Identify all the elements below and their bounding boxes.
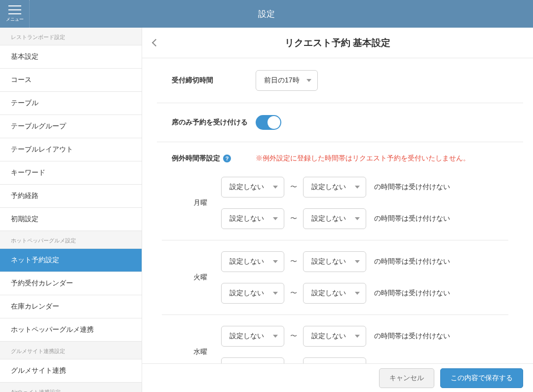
suffix-text: の時間帯は受け付けない <box>374 257 450 266</box>
time-select-value: 設定しない <box>229 289 264 298</box>
time-rows: 設定しない〜設定しないの時間帯は受け付けない設定しない〜設定しないの時間帯は受け… <box>221 177 508 229</box>
sidebar-item[interactable]: コース <box>0 69 142 92</box>
time-row: 設定しない〜設定しないの時間帯は受け付けない <box>221 283 508 304</box>
sidebar-item[interactable]: 基本設定 <box>0 45 142 69</box>
sidebar-item[interactable]: テーブル <box>0 92 142 115</box>
time-row: 設定しない〜設定しないの時間帯は受け付けない <box>221 177 508 197</box>
time-select[interactable]: 設定しない <box>221 177 284 197</box>
deadline-label: 受付締切時間 <box>172 76 256 85</box>
time-select[interactable]: 設定しない <box>303 208 366 229</box>
time-select-value: 設定しない <box>311 183 346 192</box>
time-select-value: 設定しない <box>311 257 346 266</box>
footer: キャンセル この内容で保存する <box>142 363 533 392</box>
hamburger-icon <box>8 5 21 14</box>
day-label: 月曜 <box>162 177 221 229</box>
day-block: 火曜設定しない〜設定しないの時間帯は受け付けない設定しない〜設定しないの時間帯は… <box>162 240 508 315</box>
sidebar-section-header: ホットペッパーグルメ設定 <box>0 231 142 249</box>
time-select[interactable]: 設定しない <box>221 283 284 304</box>
time-select-value: 設定しない <box>229 332 264 341</box>
sidebar-section-header: Airウェイト連携設定 <box>0 383 142 392</box>
time-select[interactable]: 設定しない <box>303 326 366 347</box>
time-row: 設定しない〜設定しないの時間帯は受け付けない <box>221 208 508 229</box>
sidebar-item[interactable]: 予約経路 <box>0 185 142 208</box>
exception-label: 例外時間帯設定 <box>172 154 220 163</box>
toggle-knob <box>267 116 280 129</box>
time-row: 設定しない〜設定しないの時間帯は受け付けない <box>221 251 508 272</box>
time-select-value: 設定しない <box>229 214 264 223</box>
cancel-label: キャンセル <box>389 374 424 383</box>
cancel-button[interactable]: キャンセル <box>379 368 434 388</box>
tilde: 〜 <box>290 183 297 192</box>
sidebar-item[interactable]: 在庫カレンダー <box>0 295 142 318</box>
row-exception: 例外時間帯設定 ? ※例外設定に登録した時間帯はリクエスト予約を受付いたしません… <box>157 142 523 166</box>
menu-button[interactable]: メニュー <box>0 0 30 28</box>
time-select[interactable]: 設定しない <box>303 177 366 197</box>
sidebar-item[interactable]: キーワード <box>0 161 142 185</box>
sidebar-section-header: グルメサイト連携設定 <box>0 342 142 359</box>
sidebar-item[interactable]: テーブルレイアウト <box>0 138 142 161</box>
chevron-down-icon <box>355 186 360 189</box>
time-row: 設定しない〜設定しないの時間帯は受け付けない <box>221 326 508 347</box>
chevron-down-icon <box>273 260 278 263</box>
page-title: リクエスト予約 基本設定 <box>142 37 533 49</box>
chevron-down-icon <box>355 335 360 338</box>
suffix-text: の時間帯は受け付けない <box>374 332 450 341</box>
chevron-down-icon <box>355 260 360 263</box>
sidebar-item[interactable]: テーブルグループ <box>0 115 142 138</box>
exception-label-wrap: 例外時間帯設定 ? <box>172 154 256 163</box>
back-button[interactable] <box>142 28 167 58</box>
time-select-value: 設定しない <box>311 332 346 341</box>
suffix-text: の時間帯は受け付けない <box>374 289 450 298</box>
tilde: 〜 <box>290 257 297 266</box>
chevron-down-icon <box>355 292 360 295</box>
time-select[interactable]: 設定しない <box>221 208 284 229</box>
chevron-down-icon <box>273 335 278 338</box>
time-select-value: 設定しない <box>229 183 264 192</box>
chevron-left-icon <box>152 39 159 47</box>
menu-label: メニュー <box>6 16 24 23</box>
suffix-text: の時間帯は受け付けない <box>374 214 450 223</box>
time-select-value: 設定しない <box>311 289 346 298</box>
time-select-value: 設定しない <box>229 257 264 266</box>
app-header: メニュー 設定 <box>0 0 533 28</box>
row-seat-only: 席のみ予約を受け付ける <box>157 103 523 142</box>
chevron-down-icon <box>306 79 311 82</box>
suffix-text: の時間帯は受け付けない <box>374 183 450 192</box>
header-title: 設定 <box>0 8 533 20</box>
sidebar-item[interactable]: ホットペッパーグルメ連携 <box>0 318 142 342</box>
sidebar-item[interactable]: 初期設定 <box>0 208 142 231</box>
seat-only-toggle[interactable] <box>256 115 281 130</box>
day-block: 月曜設定しない〜設定しないの時間帯は受け付けない設定しない〜設定しないの時間帯は… <box>162 166 508 240</box>
sidebar-item[interactable]: ネット予約設定 <box>0 249 142 272</box>
save-button[interactable]: この内容で保存する <box>440 368 523 388</box>
time-select[interactable]: 設定しない <box>303 251 366 272</box>
time-select[interactable]: 設定しない <box>303 283 366 304</box>
sidebar: レストランボード設定基本設定コーステーブルテーブルグループテーブルレイアウトキー… <box>0 28 142 392</box>
tilde: 〜 <box>290 214 297 223</box>
chevron-down-icon <box>273 292 278 295</box>
help-icon[interactable]: ? <box>223 155 231 162</box>
chevron-down-icon <box>355 217 360 220</box>
time-select[interactable]: 設定しない <box>221 326 284 347</box>
exception-area: 月曜設定しない〜設定しないの時間帯は受け付けない設定しない〜設定しないの時間帯は… <box>142 166 533 390</box>
time-select[interactable]: 設定しない <box>221 251 284 272</box>
content-header: リクエスト予約 基本設定 <box>142 28 533 58</box>
row-deadline: 受付締切時間 前日の17時 <box>157 58 523 103</box>
day-label: 火曜 <box>162 251 221 304</box>
sidebar-item[interactable]: グルメサイト連携 <box>0 359 142 383</box>
chevron-down-icon <box>273 186 278 189</box>
tilde: 〜 <box>290 289 297 298</box>
content-area: リクエスト予約 基本設定 受付締切時間 前日の17時 席のみ予約を受け付ける 例… <box>142 28 533 392</box>
sidebar-section-header: レストランボード設定 <box>0 28 142 45</box>
content-body: 受付締切時間 前日の17時 席のみ予約を受け付ける 例外時間帯設定 ? ※例外設… <box>142 58 533 392</box>
seat-only-label: 席のみ予約を受け付ける <box>172 118 256 127</box>
chevron-down-icon <box>273 217 278 220</box>
sidebar-item[interactable]: 予約受付カレンダー <box>0 272 142 295</box>
deadline-select[interactable]: 前日の17時 <box>256 70 318 91</box>
deadline-value: 前日の17時 <box>264 76 300 85</box>
tilde: 〜 <box>290 332 297 341</box>
time-select-value: 設定しない <box>311 214 346 223</box>
exception-warning: ※例外設定に登録した時間帯はリクエスト予約を受付いたしません。 <box>256 154 470 163</box>
time-rows: 設定しない〜設定しないの時間帯は受け付けない設定しない〜設定しないの時間帯は受け… <box>221 251 508 304</box>
save-label: この内容で保存する <box>451 374 513 383</box>
